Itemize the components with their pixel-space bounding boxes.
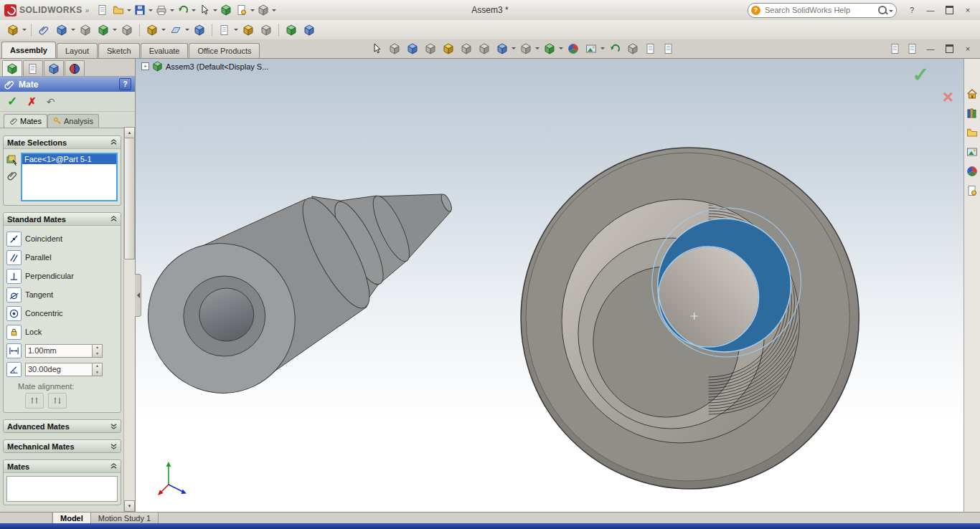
- wireframe-cube-icon[interactable]: [386, 41, 403, 57]
- pan-icon[interactable]: [642, 41, 659, 57]
- assembly-features-icon[interactable]: [143, 22, 166, 38]
- mate-icon[interactable]: [35, 22, 52, 38]
- reference-geometry-icon[interactable]: [167, 22, 190, 38]
- confirm-cancel-button[interactable]: ×: [943, 86, 953, 108]
- print-icon[interactable]: [154, 3, 175, 17]
- view-orientation-icon[interactable]: [494, 41, 517, 57]
- zoom-fit-icon[interactable]: [458, 41, 475, 57]
- doc-restore-button[interactable]: [940, 41, 958, 57]
- menu-overflow-icon[interactable]: »: [85, 6, 90, 14]
- reference-triad[interactable]: [158, 462, 187, 495]
- configurationmanager-tab[interactable]: [44, 60, 64, 76]
- full-screen-icon[interactable]: [904, 41, 921, 57]
- options-icon[interactable]: [255, 3, 277, 17]
- hidden-lines-cube-icon[interactable]: [422, 41, 439, 57]
- selected-entity-item[interactable]: Face<1>@Part 5-1: [22, 154, 116, 164]
- tangent-mate-option[interactable]: Tangent: [6, 285, 118, 304]
- show-hidden-components-icon[interactable]: [118, 22, 136, 38]
- spin-down-icon[interactable]: ▼: [93, 369, 102, 376]
- help-search-box[interactable]: ?: [748, 3, 897, 18]
- rebuild-icon[interactable]: [218, 3, 234, 17]
- linear-component-pattern-icon[interactable]: [53, 22, 76, 38]
- scroll-up-icon[interactable]: ▲: [124, 127, 135, 138]
- graphics-area[interactable]: [136, 59, 963, 512]
- app-help-button[interactable]: ?: [903, 2, 921, 18]
- section-view-icon[interactable]: [440, 41, 457, 57]
- mechanical-mates-header[interactable]: Mechanical Mates: [4, 440, 121, 452]
- design-library-icon[interactable]: [966, 107, 979, 120]
- mate-selections-list[interactable]: Face<1>@Part 5-1: [21, 153, 118, 201]
- spin-up-icon[interactable]: ▲: [93, 345, 102, 351]
- doc-close-button[interactable]: ×: [958, 41, 977, 57]
- explode-line-sketch-icon[interactable]: [258, 22, 275, 38]
- advanced-mates-header[interactable]: Advanced Mates: [4, 420, 121, 432]
- zoom-area-icon[interactable]: [476, 41, 493, 57]
- anti-aligned-button[interactable]: [48, 393, 67, 409]
- zoom-icon[interactable]: [660, 41, 677, 57]
- mates-header[interactable]: Mates: [4, 460, 121, 473]
- concentric-mate-option[interactable]: Concentric: [6, 304, 118, 323]
- filter-icon[interactable]: [368, 41, 385, 57]
- shaded-cube-icon[interactable]: [404, 41, 421, 57]
- flyout-feature-tree[interactable]: + Assem3 (Default<Display S...: [141, 61, 268, 72]
- angle-spinner[interactable]: ▲ ▼: [93, 363, 103, 376]
- scrollbar-thumb[interactable]: [124, 138, 135, 259]
- camera-icon[interactable]: [624, 41, 641, 57]
- file-properties-icon[interactable]: [234, 3, 255, 17]
- new-motion-study-icon[interactable]: [191, 22, 208, 38]
- tab-motion-study-1[interactable]: Motion Study 1: [91, 513, 159, 524]
- minimize-button[interactable]: —: [921, 2, 940, 18]
- tab-model[interactable]: Model: [52, 513, 91, 524]
- search-scope-dropdown-icon[interactable]: [889, 10, 893, 14]
- ok-button[interactable]: ✓: [7, 95, 17, 108]
- spin-down-icon[interactable]: ▼: [93, 351, 102, 357]
- standard-mates-header[interactable]: Standard Mates: [4, 213, 121, 226]
- tab-office-products[interactable]: Office Products: [189, 43, 260, 58]
- appearances-icon[interactable]: [966, 165, 979, 178]
- resources-home-icon[interactable]: [966, 87, 979, 100]
- custom-properties-icon[interactable]: [966, 184, 979, 197]
- confirm-ok-button[interactable]: ✓: [913, 63, 929, 87]
- mates-list-box[interactable]: [6, 476, 118, 502]
- distance-input[interactable]: [25, 344, 93, 358]
- rotate-view-icon[interactable]: [606, 41, 623, 57]
- move-component-icon[interactable]: [95, 22, 118, 38]
- pm-help-button[interactable]: ?: [119, 78, 131, 90]
- panel-splitter[interactable]: [135, 274, 141, 317]
- displaymanager-tab[interactable]: [65, 60, 85, 76]
- save-icon[interactable]: [132, 3, 154, 17]
- aligned-button[interactable]: [25, 393, 44, 409]
- parallel-mate-option[interactable]: Parallel: [6, 248, 118, 267]
- instant3d-icon[interactable]: [301, 22, 318, 38]
- doc-minimize-button[interactable]: —: [921, 41, 940, 57]
- solidworks-app-icon[interactable]: [4, 4, 17, 16]
- tab-mates[interactable]: Mates: [4, 114, 47, 128]
- tree-expand-icon[interactable]: +: [141, 62, 149, 70]
- close-button[interactable]: ×: [958, 2, 977, 18]
- bill-of-materials-icon[interactable]: [216, 22, 239, 38]
- file-explorer-icon[interactable]: [966, 126, 979, 139]
- hide-show-items-icon[interactable]: [541, 41, 564, 57]
- featuremanager-tab[interactable]: [2, 60, 22, 76]
- search-input[interactable]: [763, 5, 876, 15]
- graphics-viewport[interactable]: + Assem3 (Default<Display S... ✓ ×: [136, 59, 963, 512]
- propertymanager-tab[interactable]: [23, 60, 43, 76]
- select-icon[interactable]: [197, 3, 218, 17]
- shaft-part[interactable]: [136, 190, 453, 417]
- undo-icon[interactable]: [175, 3, 197, 17]
- search-icon[interactable]: [878, 6, 887, 14]
- perpendicular-mate-option[interactable]: Perpendicular: [6, 267, 118, 285]
- apply-scene-icon[interactable]: [583, 41, 606, 57]
- interference-detection-icon[interactable]: [283, 22, 300, 38]
- distance-spinner[interactable]: ▲ ▼: [93, 344, 103, 358]
- angle-input[interactable]: [25, 363, 93, 376]
- insert-components-icon[interactable]: [4, 22, 27, 38]
- tab-layout[interactable]: Layout: [57, 43, 98, 58]
- distance-icon[interactable]: [6, 343, 22, 358]
- open-icon[interactable]: [110, 3, 132, 17]
- feature-tree-root-label[interactable]: Assem3 (Default<Display S...: [166, 62, 268, 71]
- smart-fasteners-icon[interactable]: [77, 22, 94, 38]
- display-style-icon[interactable]: [517, 41, 540, 57]
- scroll-down-icon[interactable]: ▼: [124, 500, 135, 512]
- mate-selections-header[interactable]: Mate Selections: [4, 136, 121, 149]
